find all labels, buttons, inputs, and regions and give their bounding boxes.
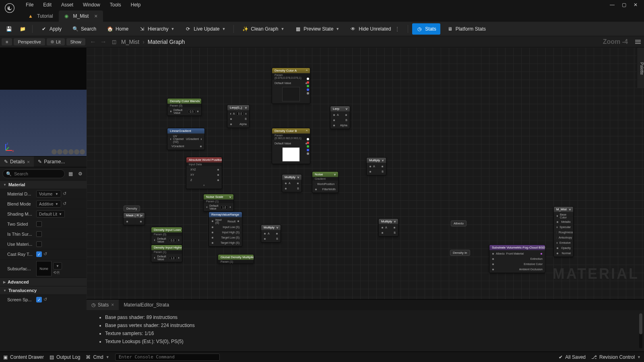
reset-icon[interactable]: ↺	[43, 297, 49, 302]
viewport-menu[interactable]: ≡	[2, 38, 12, 45]
category-advanced[interactable]: ▶Advanced	[0, 278, 87, 286]
browse-button[interactable]: 📁	[17, 23, 28, 35]
viewport-perspective[interactable]: Perspective	[14, 38, 45, 45]
menu-file[interactable]: File	[21, 0, 38, 9]
menu-help[interactable]: Help	[126, 0, 146, 9]
console-input[interactable]	[115, 354, 220, 361]
window-maximize-icon[interactable]: ▢	[622, 2, 626, 8]
cmd-dropdown[interactable]: ⌘Cmd▼	[86, 354, 109, 360]
scrollbar[interactable]	[639, 313, 642, 348]
reset-icon[interactable]: ↺	[43, 251, 49, 257]
window-minimize-icon[interactable]: ―	[610, 2, 615, 8]
content-drawer-button[interactable]: ▣Content Drawer	[3, 354, 44, 360]
close-icon[interactable]: ×	[94, 13, 97, 19]
node-substrate-bsdf[interactable]: Substrate Volumetric-Fog-Cloud BSDF Albe…	[489, 245, 545, 273]
close-icon[interactable]: ×	[27, 159, 30, 165]
details-search-input[interactable]: 🔍Search	[2, 169, 65, 178]
reroute-albedo[interactable]: Albedo	[451, 220, 466, 226]
node-density-color-blend[interactable]: Density Color Blendv Param (0) Default V…	[167, 98, 202, 116]
node-remap[interactable]: RemapValueRange Input (S)Result Input Lo…	[208, 212, 242, 247]
cast-ray-checkbox[interactable]: ✓	[36, 251, 42, 257]
window-close-icon[interactable]: ✕	[634, 2, 638, 8]
save-button[interactable]: 💾	[3, 23, 14, 35]
node-noise[interactable]: Noisev Gradient WorldPositionFilterWidth	[312, 171, 339, 193]
grid-view-icon[interactable]: ▦	[66, 170, 74, 178]
tab-label: Tutorial	[37, 13, 53, 19]
reset-icon[interactable]: ↺	[63, 191, 68, 197]
tab-mmist[interactable]: ◉ M_Mist ×	[59, 10, 103, 22]
node-output[interactable]: M_Mistv Base Color Metallic Specular Rou…	[553, 206, 574, 257]
material-graph[interactable]: MATERIAL	[87, 47, 644, 299]
output-log-button[interactable]: ▤Output Log	[50, 354, 80, 360]
menubar: File Edit Asset Window Tools Help ― ▢ ✕	[0, 0, 644, 10]
subsurface-thumb[interactable]: None	[36, 261, 52, 276]
node-density-input-low[interactable]: Density Input Lowv Param (0) Default Val…	[151, 227, 182, 245]
node-density-input-high[interactable]: Density Input Highv Param (1) Default Va…	[151, 245, 182, 262]
node-multiply3[interactable]: Multiplyv AB	[378, 218, 398, 237]
use-icon[interactable]: ⟲	[53, 270, 56, 275]
search-icon: 🔍	[72, 26, 78, 32]
search-button[interactable]: 🔍Search	[68, 23, 100, 35]
platformstats-button[interactable]: 🖥Platform Stats	[443, 23, 490, 35]
node-multiply4[interactable]: Multiplyv AB	[261, 224, 281, 243]
node-multiply2[interactable]: Multiplyv AB	[366, 157, 386, 175]
nav-back-icon[interactable]: ←	[90, 38, 96, 45]
hideunrelated-button[interactable]: 👁Hide Unrelated⋮	[346, 23, 404, 35]
material-domain-combo[interactable]: Volume▼	[36, 190, 61, 197]
nav-fwd-icon[interactable]: →	[100, 38, 107, 45]
prop-label: Two Sided	[7, 222, 36, 226]
shading-model-combo[interactable]: Default Lit▼	[36, 210, 65, 218]
subsurface-combo[interactable]: ▼	[53, 262, 62, 269]
crumb-root[interactable]: M_Mist	[121, 39, 139, 45]
is-thin-checkbox[interactable]	[36, 231, 42, 237]
preview-icon: ▦	[295, 26, 301, 32]
node-density-color-b[interactable]: Density Color B^ Param (0.983,0.983,0.98…	[272, 128, 310, 164]
tab-tutorial[interactable]: ▲ Tutorial	[23, 10, 59, 22]
reroute-densityin[interactable]: Density In	[450, 250, 470, 256]
hierarchy-button[interactable]: ⇲Hierarchy▼	[135, 23, 178, 35]
menu-window[interactable]: Window	[78, 0, 105, 9]
apply-button[interactable]: ✔Apply	[37, 23, 66, 35]
params-icon: ✎	[38, 159, 42, 165]
home-button[interactable]: 🏠Home	[103, 23, 132, 35]
tab-details[interactable]: ✎Details×	[0, 156, 34, 167]
preview-shape-buttons[interactable]	[52, 149, 85, 154]
node-linear-gradient[interactable]: LinearGradient UV Channel (V2)UGradient …	[167, 128, 205, 150]
settings-icon[interactable]: ⚙	[76, 170, 84, 178]
cleangraph-button[interactable]: ✨Clean Graph▼	[238, 23, 288, 35]
revision-control-button[interactable]: ⎇Revision Control▼	[591, 354, 641, 360]
viewport-show[interactable]: Show	[66, 38, 86, 45]
node-global-density[interactable]: Global Density Multiplierv Param (1)	[218, 254, 254, 264]
viewport-lit[interactable]: Lit	[47, 38, 65, 45]
tab-parameters[interactable]: ✎Parame...	[34, 156, 69, 167]
node-lerp1[interactable]: Lerp(0,,)v A0.0 B Alpha	[227, 105, 250, 128]
reroute-density[interactable]: Density	[124, 206, 140, 212]
tab-strata[interactable]: MaterialEditor_Strata	[119, 300, 174, 310]
node-mask[interactable]: Mask ( R )v	[123, 212, 145, 225]
liveupdate-button[interactable]: ⟳Live Update▼	[181, 23, 229, 35]
node-awp[interactable]: Absolute World Position Input Data XYZ X…	[186, 157, 222, 189]
previewstate-button[interactable]: ▦Preview State▼	[291, 23, 343, 35]
node-density-color-a[interactable]: Density Color A^ Param (0.078,0.078,0.07…	[272, 68, 310, 104]
tab-stats[interactable]: ◷Stats×	[87, 300, 119, 310]
stats-button[interactable]: ◷Stats	[412, 23, 440, 35]
graph-menu-icon[interactable]	[635, 40, 641, 44]
blend-mode-combo[interactable]: Additive▼	[36, 200, 61, 208]
menu-edit[interactable]: Edit	[38, 0, 56, 9]
reset-icon[interactable]: ↺	[63, 201, 68, 207]
menu-asset[interactable]: Asset	[56, 0, 78, 9]
category-material[interactable]: ▼Material	[0, 180, 87, 189]
two-sided-checkbox[interactable]	[36, 221, 42, 227]
category-translucency[interactable]: ▼Translucency	[0, 286, 87, 294]
all-saved-button[interactable]: ✔All Saved	[559, 354, 586, 360]
node-lerp2[interactable]: Lerpv A B Alpha	[330, 106, 350, 129]
node-multiply1[interactable]: Multiplyv AB	[282, 174, 302, 192]
use-material-checkbox[interactable]	[36, 241, 42, 247]
material-preview-viewport[interactable]: Z X	[0, 47, 87, 156]
palette-tab[interactable]: Palette	[637, 47, 644, 88]
browse-icon[interactable]: ⎘	[57, 270, 60, 275]
close-icon[interactable]: ×	[111, 302, 114, 308]
menu-tools[interactable]: Tools	[105, 0, 126, 9]
screen-space-checkbox[interactable]: ✓	[36, 297, 42, 302]
node-noise-scale[interactable]: Noise Scalev Param (1) Default Value1.0	[203, 194, 234, 212]
